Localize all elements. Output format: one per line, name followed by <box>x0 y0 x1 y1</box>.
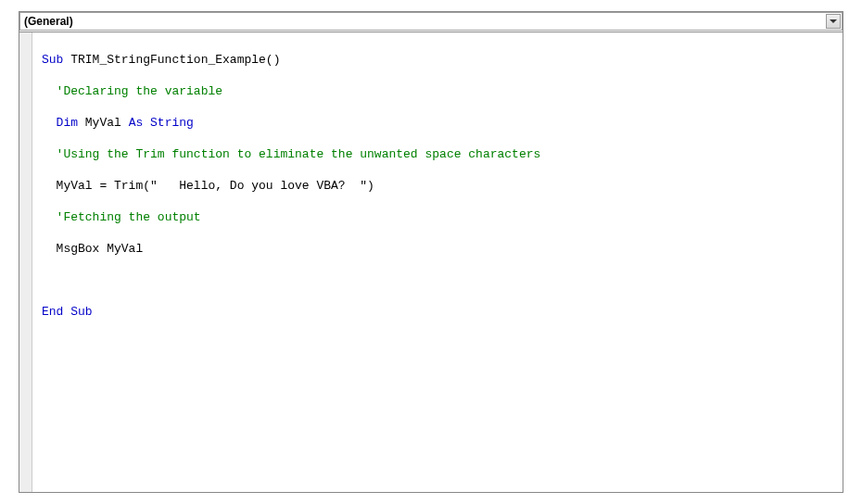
margin-indicator-bar <box>19 32 32 492</box>
comment: 'Declaring the variable <box>57 84 222 98</box>
keyword-endsub: End Sub <box>42 305 93 319</box>
type-string: String <box>143 116 194 130</box>
comment: 'Fetching the output <box>57 210 201 224</box>
keyword-sub: Sub <box>42 53 63 67</box>
object-dropdown[interactable]: (General) <box>19 12 843 31</box>
code-editor[interactable]: Sub TRIM_StringFunction_Example() 'Decla… <box>32 32 843 492</box>
var-name: MyVal <box>78 116 129 130</box>
comment: 'Using the Trim function to eliminate th… <box>57 147 541 161</box>
proc-name: TRIM_StringFunction_Example() <box>63 53 280 67</box>
code-statement: MsgBox MyVal <box>57 242 144 256</box>
keyword-as: As <box>129 116 144 130</box>
code-window: (General) Sub TRIM_StringFunction_Exampl… <box>19 11 843 493</box>
dropdown-bar: (General) <box>19 12 843 32</box>
code-statement: MyVal = Trim(" Hello, Do you love VBA? "… <box>57 179 374 193</box>
keyword-dim: Dim <box>57 116 78 130</box>
chevron-down-icon[interactable] <box>826 14 841 29</box>
editor-area: Sub TRIM_StringFunction_Example() 'Decla… <box>19 32 843 492</box>
object-dropdown-value: (General) <box>24 15 73 28</box>
